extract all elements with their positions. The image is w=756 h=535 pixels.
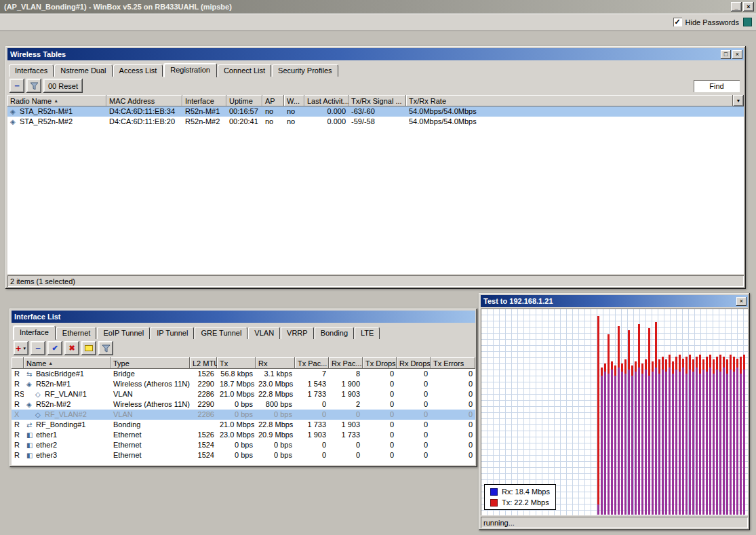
cell-l2mtu: 2286 [190,389,217,399]
traffic-bar [621,310,623,515]
cell-tx_errors: 0 [431,430,475,440]
interface-row[interactable]: R◧ether2Ethernet15240 bps0 bps00000 [12,440,475,450]
column-header-tx-errors[interactable]: Tx Errors [431,357,475,369]
interface-tab-ip-tunnel[interactable]: IP Tunnel [151,327,194,339]
comment-button[interactable] [81,341,96,355]
filter-icon [102,344,111,353]
reset-button[interactable]: 00 Reset [43,79,83,93]
wireless-tab-registration[interactable]: Registration [163,63,217,77]
app-titlebar[interactable]: (AP_VLAN_Bonding#1) - WinBox v5.25 on RB… [0,0,756,14]
cell-type: Ethernet [111,450,190,460]
bandwidth-test-titlebar[interactable]: Test to 192.168.1.21 × [481,295,748,307]
remove-button[interactable]: − [9,79,24,93]
wireless-tab-interfaces[interactable]: Interfaces [9,64,54,77]
enable-icon: ✔ [52,344,58,353]
interface-row[interactable]: R⇄RF_Bonding#1Bonding21.0 Mbps22.8 Mbps1… [12,420,475,430]
interface-row[interactable]: R◧ether3Ethernet15240 bps0 bps00000 [12,450,475,460]
registration-row[interactable]: ◈STA_R52n-M#2D4:CA:6D:11:EB:20R52n-M#200… [7,117,744,127]
interface-tab-eoip-tunnel[interactable]: EoIP Tunnel [97,327,150,339]
interface-row[interactable]: RS◇RF_VLAN#1VLAN228621.0 Mbps22.8 Mbps1 … [12,389,475,399]
cell-rx_drops: 0 [397,420,431,430]
interface-tab-interface[interactable]: Interface [13,325,56,340]
cell-rx_drops: 0 [397,410,431,420]
interface-tab-bonding[interactable]: Bonding [315,327,354,339]
interface-list-titlebar[interactable]: Interface List [12,311,475,323]
interface-tab-vrrp[interactable]: VRRP [281,327,314,339]
column-header-l2-mtu[interactable]: L2 MTU [190,357,217,369]
comment-icon [85,345,93,351]
wireless-tables-statusbar: 2 items (1 selected) [7,275,744,287]
filter-button[interactable] [98,341,113,355]
column-header-rx-pac[interactable]: Rx Pac... [329,357,363,369]
column-header-tx-rx-signal[interactable]: Tx/Rx Signal ... [349,95,406,106]
interface-row[interactable]: R◧ether1Ethernet152623.0 Mbps20.9 Mbps1 … [12,430,475,440]
column-dropdown-button[interactable]: ▼ [733,95,744,106]
cell-mac: D4:CA:6D:11:EB:20 [106,117,182,127]
column-header-interface[interactable]: Interface [182,95,226,106]
cell-rx: 22.8 Mbps [256,420,295,430]
close-button[interactable]: × [732,50,742,59]
interface-row[interactable]: R⇆BasicBridge#1Bridge152656.8 kbps3.1 kb… [12,369,475,379]
interface-tab-gre-tunnel[interactable]: GRE Tunnel [195,327,247,339]
filter-button[interactable] [26,79,41,93]
column-header-rx-drops[interactable]: Rx Drops [397,357,431,369]
cell-type: Ethernet [111,440,190,450]
column-header-tx-rx-rate[interactable]: Tx/Rx Rate [406,95,733,106]
column-header-tx-pac[interactable]: Tx Pac... [295,357,329,369]
column-header-mac-address[interactable]: MAC Address [106,95,182,106]
wireless-tab-security-profiles[interactable]: Security Profiles [272,64,338,77]
close-button[interactable]: × [743,2,754,12]
wireless-tab-connect-list[interactable]: Connect List [218,64,271,77]
column-header-flag[interactable] [12,357,24,369]
interface-row[interactable]: R◈R52n-M#2Wireless (Atheros 11N)22900 bp… [12,399,475,410]
column-header-ap[interactable]: AP [262,95,284,106]
interface-tab-ethernet[interactable]: Ethernet [56,327,97,339]
column-header-tx[interactable]: Tx [217,357,256,369]
add-button[interactable]: + ▼ [14,341,28,355]
wireless-tables-tabs: InterfacesNstreme DualAccess ListRegistr… [7,62,744,77]
column-header-rx[interactable]: Rx [256,357,295,369]
hide-passwords-checkbox[interactable]: ✓ Hide Passwords [673,18,739,26]
bridge-icon: ⇆ [26,369,36,379]
cell-rx: 23.0 Mbps [256,379,295,389]
cell-name: ◇RF_VLAN#2 [24,410,111,420]
cell-type: VLAN [111,389,190,399]
close-button[interactable]: × [736,297,747,306]
bandwidth-test-statusbar: running... [481,517,748,528]
traffic-bar [577,310,579,515]
wireless-tables-titlebar[interactable]: Wireless Tables □ × [7,48,744,60]
traffic-bar [662,310,664,515]
traffic-bar [557,310,559,515]
column-header-tx-drops[interactable]: Tx Drops [363,357,397,369]
wireless-tab-nstreme-dual[interactable]: Nstreme Dual [54,64,112,77]
registration-row[interactable]: ◈STA_R52n-M#1D4:CA:6D:11:EB:34R52n-M#100… [7,106,744,117]
traffic-bar [689,310,691,515]
cell-signal: -59/-58 [349,117,406,127]
minimize-button[interactable]: _ [731,2,742,12]
restore-button[interactable]: □ [721,50,731,59]
disable-button[interactable]: ✖ [64,341,79,355]
traffic-bar [580,310,582,515]
column-header-name[interactable]: Name▲ [24,357,111,369]
cell-w: no [284,106,304,117]
enable-button[interactable]: ✔ [47,341,62,355]
cell-l2mtu: 2290 [190,399,217,410]
column-header-radio-name[interactable]: Radio Name▲ [7,95,106,106]
column-header-uptime[interactable]: Uptime [226,95,262,106]
find-button[interactable]: Find [694,80,740,92]
traffic-bar [672,310,674,515]
cell-name: ◧ether3 [24,450,111,460]
interface-tab-lte[interactable]: LTE [355,327,380,339]
wireless-tab-access-list[interactable]: Access List [113,64,163,77]
interface-tab-vlan[interactable]: VLAN [248,327,280,339]
remove-button[interactable]: − [31,341,45,355]
cell-radio_name: ◈STA_R52n-M#1 [7,106,106,117]
column-header-type[interactable]: Type [111,357,190,369]
column-header-w[interactable]: W... [284,95,304,106]
cell-l2mtu: 1524 [190,440,217,450]
cell-ap: no [262,106,284,117]
column-header-last-activit[interactable]: Last Activit... [304,95,349,106]
cell-name: ◇RF_VLAN#1 [24,389,111,399]
interface-row[interactable]: R◈R52n-M#1Wireless (Atheros 11N)229018.7… [12,379,475,389]
interface-row[interactable]: X◇RF_VLAN#2VLAN22860 bps0 bps00000 [12,410,475,420]
